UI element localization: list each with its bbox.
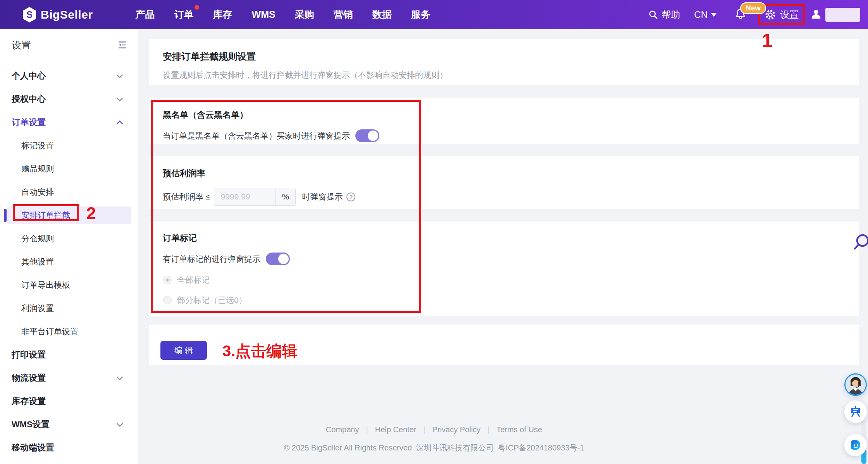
footer-link-company[interactable]: Company — [326, 425, 359, 434]
top-nav: S BigSeller 产品 订单 库存 WMS 采购 营销 数据 服务 帮助 … — [0, 0, 868, 29]
blacklist-rule-label: 当订单是黑名单（含云黑名单）买家时进行弹窗提示 — [163, 131, 350, 141]
radio-partial-tags[interactable] — [163, 296, 172, 304]
customer-service-avatar[interactable] — [844, 373, 867, 396]
chat-widget-button[interactable] — [844, 434, 867, 456]
sidebar-title: 设置 — [12, 39, 31, 52]
main-menu: 产品 订单 库存 WMS 采购 营销 数据 服务 — [135, 7, 431, 22]
chevron-up-icon — [116, 120, 123, 125]
sidebar-item-wms-settings[interactable]: WMS设置 — [0, 413, 138, 436]
help-button[interactable]: 帮助 — [648, 9, 680, 21]
nav-item-data[interactable]: 数据 — [372, 7, 393, 22]
profit-rate-input-group: % — [214, 188, 296, 206]
settings-sidebar: 设置 个人中心 授权中心 订单设置 标记设置 赠品规则 自动安排 — [0, 29, 138, 464]
nav-item-inventory[interactable]: 库存 — [212, 7, 233, 22]
announcement-widget-button[interactable] — [844, 400, 867, 423]
gear-icon — [765, 9, 776, 21]
page-subtitle: 设置规则后点击安排时，将进行拦截并进行弹窗提示（不影响自动安排的规则） — [163, 70, 845, 81]
nav-item-products[interactable]: 产品 — [135, 7, 156, 22]
smiley-chat-icon — [849, 439, 862, 451]
order-tag-toggle[interactable] — [266, 253, 290, 265]
page-title: 安排订单拦截规则设置 — [163, 50, 845, 63]
radio-partial-tags-row[interactable]: 部分标记（已选0） — [163, 295, 845, 306]
sidebar-item-arrange-order-interception[interactable]: 安排订单拦截 — [0, 204, 138, 227]
annotation-step-3: 3.点击编辑 — [222, 340, 297, 362]
nav-item-wms[interactable]: WMS — [251, 7, 276, 22]
sidebar-item-warehouse-rules[interactable]: 分仓规则 — [0, 227, 138, 250]
percent-unit: % — [275, 188, 295, 205]
profit-rate-label: 预估利润率 ≤ — [163, 191, 210, 202]
sidebar-item-order-export-template[interactable]: 订单导出模板 — [0, 273, 138, 297]
brand-name: BigSeller — [41, 8, 93, 21]
actions-card: 编 辑 3.点击编辑 — [149, 325, 859, 365]
sidebar-item-other-settings[interactable]: 其他设置 — [0, 250, 138, 273]
main-content: 安排订单拦截规则设置 设置规则后点击安排时，将进行拦截并进行弹窗提示（不影响自动… — [138, 29, 868, 464]
radio-all-tags-label: 全部标记 — [177, 275, 210, 285]
profit-rate-section: 预估利润率 预估利润率 ≤ % 时弹窗提示 ? — [149, 156, 859, 209]
page-header-card: 安排订单拦截规则设置 设置规则后点击安排时，将进行拦截并进行弹窗提示（不影响自动… — [149, 39, 859, 85]
question-circle-icon[interactable]: ? — [346, 192, 355, 201]
toggle-knob — [278, 254, 289, 264]
sidebar-item-inventory-settings[interactable]: 库存设置 — [0, 390, 138, 413]
sidebar-item-logistics-settings[interactable]: 物流设置 — [0, 366, 138, 390]
chevron-down-icon — [116, 423, 123, 427]
blacklist-section: 黑名单（含云黑名单） 当订单是黑名单（含云黑名单）买家时进行弹窗提示 — [149, 98, 859, 144]
bigseller-logo-icon: S — [22, 7, 37, 23]
sidebar-menu: 个人中心 授权中心 订单设置 标记设置 赠品规则 自动安排 安排订单拦截 分仓规… — [0, 61, 138, 459]
profit-rate-input[interactable] — [214, 188, 275, 205]
footer-link-privacy-policy[interactable]: Privacy Policy — [432, 425, 480, 434]
settings-label: 设置 — [780, 9, 799, 21]
floating-search-icon[interactable] — [852, 233, 868, 252]
sidebar-item-non-platform-order-settings[interactable]: 非平台订单设置 — [0, 320, 138, 343]
chevron-down-icon — [116, 74, 123, 78]
user-avatar-icon — [810, 8, 822, 20]
footer-link-help-center[interactable]: Help Center — [375, 425, 417, 434]
sidebar-item-profit-settings[interactable]: 利润设置 — [0, 297, 138, 320]
sidebar-item-order-settings[interactable]: 订单设置 — [0, 111, 138, 134]
help-label: 帮助 — [661, 9, 680, 21]
sidebar-item-authorization-center[interactable]: 授权中心 — [0, 88, 138, 111]
radio-all-tags[interactable] — [163, 276, 172, 284]
bigseller-logo[interactable]: S BigSeller — [22, 7, 93, 23]
order-tag-rule-label: 有订单标记的进行弹窗提示 — [163, 254, 260, 265]
sidebar-item-personal-center[interactable]: 个人中心 — [0, 64, 138, 88]
blacklist-toggle[interactable] — [355, 129, 379, 142]
blacklist-heading: 黑名单（含云黑名单） — [163, 109, 845, 121]
svg-text:S: S — [26, 9, 33, 20]
sidebar-item-tag-settings[interactable]: 标记设置 — [0, 134, 138, 157]
sidebar-item-gift-rules[interactable]: 赠品规则 — [0, 157, 138, 180]
selected-item-accent-bar — [4, 209, 7, 222]
sidebar-item-mobile-settings[interactable]: 移动端设置 — [0, 436, 138, 459]
order-tag-section: 订单标记 有订单标记的进行弹窗提示 全部标记 部分标记（已选0） — [149, 222, 859, 316]
nav-item-orders[interactable]: 订单 — [174, 7, 195, 22]
annotation-step-1: 1 — [762, 29, 773, 52]
order-tag-heading: 订单标记 — [163, 232, 845, 244]
edit-button[interactable]: 编 辑 — [160, 341, 207, 360]
nav-item-marketing[interactable]: 营销 — [333, 7, 354, 22]
chevron-down-icon — [116, 97, 123, 101]
chevron-down-icon — [116, 376, 123, 380]
presentation-board-icon — [850, 406, 861, 418]
search-icon — [648, 10, 658, 20]
radio-partial-tags-label: 部分标记（已选0） — [177, 295, 247, 306]
chevron-down-icon — [711, 13, 717, 17]
username-redacted — [825, 8, 860, 22]
radio-all-tags-row[interactable]: 全部标记 — [163, 275, 845, 285]
profit-rate-heading: 预估利润率 — [163, 168, 845, 179]
language-value: CN — [694, 9, 708, 20]
annotation-step-2: 2 — [86, 204, 96, 223]
toggle-knob — [368, 131, 378, 141]
collapse-sidebar-icon[interactable] — [117, 40, 127, 50]
orders-notification-dot — [195, 5, 199, 10]
new-badge: New — [740, 2, 766, 14]
sidebar-item-auto-arrange[interactable]: 自动安排 — [0, 180, 138, 204]
nav-item-purchase[interactable]: 采购 — [294, 7, 315, 22]
nav-right-cluster: 帮助 CN New 设置 — [648, 4, 860, 25]
footer-link-terms-of-use[interactable]: Terms of Use — [496, 425, 542, 434]
sidebar-item-print-settings[interactable]: 打印设置 — [0, 343, 138, 366]
user-menu[interactable] — [810, 8, 822, 22]
support-agent-photo — [846, 375, 866, 395]
sidebar-header: 设置 — [0, 29, 138, 61]
language-selector[interactable]: CN — [694, 9, 717, 20]
notifications-button[interactable]: New — [735, 8, 746, 22]
nav-item-services[interactable]: 服务 — [410, 7, 431, 22]
